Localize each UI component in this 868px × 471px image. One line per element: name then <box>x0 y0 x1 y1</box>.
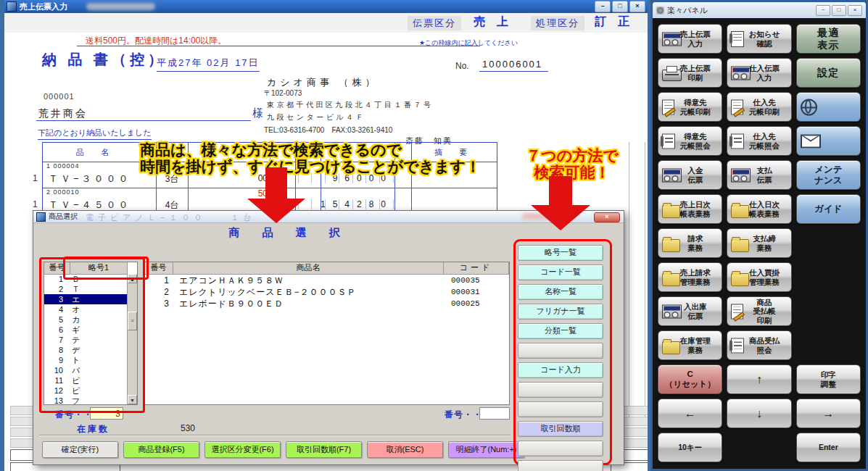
panel-button[interactable]: 仕入先 元帳照会 <box>727 126 791 156</box>
panel-button[interactable]: お知らせ 確認 <box>727 24 791 54</box>
panel-button[interactable]: 支払 伝票 <box>727 160 791 190</box>
panel-button[interactable]: Enter <box>796 433 861 462</box>
panel-button[interactable]: 在庫管理 業務 <box>658 330 722 360</box>
abbr-row[interactable]: 2 Ｔ <box>44 284 128 294</box>
panel-button[interactable]: 売上請求 管理業務 <box>658 262 722 292</box>
abbr-col-no[interactable]: 番号 <box>44 262 70 274</box>
abbr-row[interactable]: 1 Ｂ <box>44 274 128 284</box>
callout-line: 時間を掛けず、すぐに見つけることができます！ <box>140 158 481 175</box>
panel-close-button[interactable]: × <box>848 5 862 16</box>
panel-button[interactable]: 請求 業務 <box>658 228 722 258</box>
panel-button[interactable]: 得意先 元帳印刷 <box>658 92 722 122</box>
abbr-row[interactable]: 12 ピ <box>44 385 128 396</box>
product-col-no[interactable]: 番号 <box>144 262 173 274</box>
footer-button[interactable]: 商品登録(F5) <box>123 441 199 458</box>
search-button[interactable] <box>518 460 603 471</box>
process-type-value: 訂 正 <box>595 14 629 30</box>
frame-note: ★この枠線内に記入してください <box>419 38 518 48</box>
scroll-thumb[interactable]: ≡ <box>128 312 137 330</box>
panel-minimize-button[interactable]: － <box>816 5 830 16</box>
maximize-button[interactable]: □ <box>612 1 628 12</box>
panel-button[interactable]: 商品 受払帳 印刷 <box>727 296 791 326</box>
product-row[interactable]: 1 エアコンＨＡＫ９５８Ｗ 000035 <box>144 275 509 286</box>
abbr-col-abbr[interactable]: 略号1 <box>70 262 128 274</box>
footer-button[interactable]: 取引回数順(F7) <box>286 441 362 458</box>
doc-no-value: 100006001 <box>479 59 548 72</box>
sales-slip-titlebar[interactable]: 売上伝票入力 － □ × <box>4 0 648 13</box>
abbr-row[interactable]: 10 バ <box>44 365 128 375</box>
panel-button[interactable]: 入金 伝票 <box>658 160 722 190</box>
search-button[interactable]: 名称一覧 <box>518 284 603 300</box>
search-button[interactable]: 取引回数順 <box>518 421 603 437</box>
search-button[interactable]: 分類一覧 <box>518 323 603 339</box>
search-button[interactable]: コード入力 <box>518 362 603 378</box>
panel-button[interactable]: ガイド <box>796 194 861 224</box>
panel-button[interactable]: 仕入買掛 管理業務 <box>727 262 791 292</box>
panel-button[interactable]: 得意先 元帳照会 <box>658 126 722 156</box>
minimize-button[interactable]: － <box>595 1 611 12</box>
abbr-row[interactable]: 13 フ <box>44 396 128 404</box>
panel-button[interactable]: 印字 調整 <box>796 364 861 394</box>
panel-button[interactable]: 仕入日次 帳表業務 <box>727 194 791 224</box>
panel-button[interactable]: 入出庫 伝票 <box>658 296 722 326</box>
panel-button[interactable]: 支払締 業務 <box>727 228 791 258</box>
customer-underline <box>36 120 251 121</box>
abbr-row[interactable]: 4 オ <box>44 304 128 314</box>
scroll-down-icon[interactable]: ▼ <box>128 395 137 404</box>
line-seq: 1 <box>33 199 38 209</box>
abbr-row[interactable]: 11 ビ <box>44 375 128 385</box>
panel-button[interactable]: 設定 <box>796 58 861 88</box>
search-button[interactable]: 略号一覧 <box>518 245 603 261</box>
panel-button[interactable]: 仕入先 元帳印刷 <box>727 92 791 122</box>
scroll-up-icon[interactable]: ▲ <box>128 274 137 283</box>
abbr-scrollbar[interactable]: ▲ ≡ ▼ <box>127 274 137 404</box>
panel-button[interactable]: ↑ <box>727 364 791 394</box>
panel-button[interactable]: 10キー <box>658 433 722 462</box>
search-button[interactable] <box>518 401 603 417</box>
search-button[interactable] <box>518 382 603 398</box>
panel-titlebar[interactable]: 楽々パネル － □ × <box>653 2 866 18</box>
abbr-row[interactable]: 8 デ <box>44 345 128 355</box>
product-col-code[interactable]: コード <box>444 262 509 274</box>
panel-button[interactable]: 売上伝票 印刷 <box>658 58 722 88</box>
slip-header-bar: 伝票区分 売 上 処理区分 訂 正 <box>4 13 648 34</box>
customer-code: 000001 <box>44 92 75 101</box>
panel-button[interactable]: 売上伝票 入力 <box>658 24 722 54</box>
panel-button[interactable]: ← <box>658 399 722 428</box>
abbr-row[interactable]: 9 ト <box>44 355 128 365</box>
footer-button[interactable]: 選択区分変更(F6) <box>204 441 281 458</box>
abbr-row[interactable]: 6 ギ <box>44 325 128 335</box>
abbr-row[interactable]: 3 エ <box>44 294 128 304</box>
search-button[interactable]: フリガナ一覧 <box>518 304 603 320</box>
close-button[interactable]: × <box>629 1 645 12</box>
product-row[interactable]: 3 エレボードＢ９００ＥＤ 000025 <box>144 298 509 309</box>
product-row[interactable]: 2 エレクトリックベースＥＢ−２０００ＳＰ 000031 <box>144 286 509 298</box>
product-no-input[interactable] <box>479 407 510 420</box>
footer-button[interactable]: 明細終了(Num:+) <box>448 441 524 458</box>
panel-button[interactable]: C （リセット） <box>658 364 722 394</box>
panel-button[interactable]: メンテ ナンス <box>796 160 861 190</box>
product-rows: 1 エアコンＨＡＫ９５８Ｗ 000035 2 エレクトリックベースＥＢ−２０００… <box>144 275 509 309</box>
abbr-no-input[interactable]: 3 <box>90 407 123 420</box>
panel-button[interactable]: 最適 表示 <box>796 24 861 54</box>
abbr-row[interactable]: 5 カ <box>44 314 128 325</box>
panel-button[interactable]: 仕入伝票 入力 <box>727 58 791 88</box>
panel-button[interactable] <box>796 92 861 122</box>
search-button[interactable]: コード一覧 <box>518 264 603 280</box>
panel-maximize-button[interactable]: □ <box>832 5 846 16</box>
product-col-name[interactable]: 商品名 <box>173 262 444 274</box>
app-icon <box>7 1 17 12</box>
panel-button[interactable]: 売上日次 帳表業務 <box>658 194 722 224</box>
panel-button[interactable]: → <box>796 399 861 428</box>
search-button[interactable] <box>518 343 603 359</box>
panel-button[interactable] <box>796 126 861 156</box>
abbr-row[interactable]: 7 テ <box>44 335 128 345</box>
footer-button[interactable]: 確定(実行) <box>42 441 118 458</box>
dialog-close-button[interactable]: × <box>594 212 620 222</box>
search-button[interactable] <box>518 441 603 457</box>
footer-divider <box>39 435 511 436</box>
process-type-label: 処理区分 <box>531 16 584 30</box>
panel-button[interactable]: ↓ <box>727 399 791 428</box>
footer-button[interactable]: 取消(ESC) <box>367 441 443 458</box>
panel-button[interactable]: 商品受払 照会 <box>727 330 791 360</box>
